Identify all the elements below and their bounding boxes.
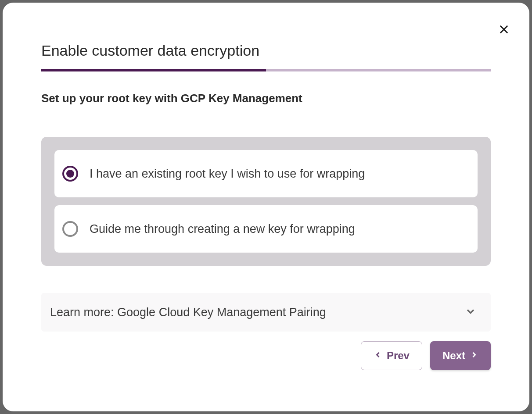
radio-selected-icon <box>62 166 78 182</box>
radio-unselected-icon <box>62 221 78 237</box>
button-row: Prev Next <box>41 341 491 370</box>
learn-more-label: Learn more: Google Cloud Key Management … <box>50 306 326 319</box>
chevron-down-icon <box>464 305 477 319</box>
modal-title: Enable customer data encryption <box>41 42 491 59</box>
progress-fill <box>41 69 266 71</box>
option-create-key[interactable]: Guide me through creating a new key for … <box>54 205 478 253</box>
prev-button-label: Prev <box>387 350 410 362</box>
close-icon <box>498 23 510 37</box>
section-heading: Set up your root key with GCP Key Manage… <box>41 92 491 105</box>
chevron-right-icon <box>470 350 478 362</box>
next-button-label: Next <box>442 350 465 362</box>
next-button[interactable]: Next <box>430 341 491 370</box>
encryption-setup-modal: Enable customer data encryption Set up y… <box>3 3 529 411</box>
progress-bar <box>41 69 491 71</box>
close-button[interactable] <box>495 21 513 39</box>
chevron-left-icon <box>374 350 382 362</box>
option-existing-key[interactable]: I have an existing root key I wish to us… <box>54 150 478 197</box>
prev-button[interactable]: Prev <box>361 341 422 370</box>
option-label: I have an existing root key I wish to us… <box>90 167 365 181</box>
option-label: Guide me through creating a new key for … <box>90 222 355 236</box>
learn-more-accordion[interactable]: Learn more: Google Cloud Key Management … <box>41 293 491 332</box>
options-panel: I have an existing root key I wish to us… <box>41 137 491 266</box>
